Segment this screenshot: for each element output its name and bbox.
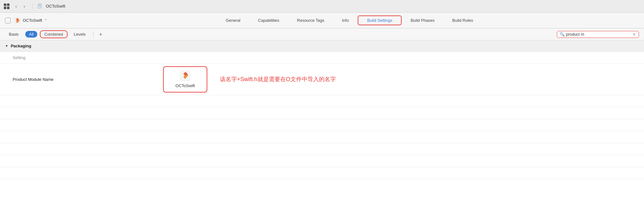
filter-combined-button[interactable]: Combined — [40, 30, 67, 38]
setting-value-column — [158, 55, 644, 60]
target-name: OCToSwift — [23, 18, 42, 23]
value-card: OCToSwift — [163, 66, 207, 93]
tab-build-rules[interactable]: Build Rules — [443, 16, 482, 25]
empty-row-1 — [0, 95, 644, 107]
filter-add-button[interactable]: + — [97, 32, 104, 37]
product-module-name-value: OCToSwift 该名字+Swift.h就是需要在O文件中导入的名字 — [158, 64, 644, 95]
search-wrapper: 🔍 ✕ — [557, 31, 639, 38]
file-icon — [37, 3, 43, 9]
main-content: ▼ Packaging Setting Product Module Name … — [0, 40, 644, 209]
tab-resource-tags[interactable]: Resource Tags — [288, 16, 333, 25]
filter-bar: Basic All Combined Levels + 🔍 ✕ — [0, 28, 644, 40]
empty-row-2 — [0, 107, 644, 119]
empty-row-5 — [0, 143, 644, 155]
nav-separator — [32, 3, 33, 9]
title-bar-title: OCToSwift — [46, 4, 65, 9]
target-checkbox[interactable] — [5, 18, 11, 23]
tabs: General Capabilities Resource Tags Info … — [60, 15, 639, 25]
toolbar: OCToSwift ⌃ General Capabilities Resourc… — [0, 13, 644, 28]
filter-levels-button[interactable]: Levels — [70, 31, 90, 38]
svg-point-3 — [186, 73, 187, 75]
value-card-label: OCToSwift — [175, 83, 195, 88]
search-clear-button[interactable]: ✕ — [632, 32, 636, 37]
empty-content-area — [0, 95, 644, 190]
packaging-section-title: Packaging — [11, 44, 31, 48]
target-app-icon — [14, 17, 21, 24]
packaging-section-header: ▼ Packaging — [0, 40, 644, 52]
setting-column-header: Setting — [0, 53, 158, 63]
product-module-name-label: Product Module Name — [0, 73, 158, 86]
empty-row-6 — [0, 155, 644, 167]
empty-row-7 — [0, 167, 644, 179]
filter-separator — [93, 31, 94, 38]
setting-header-row: Setting — [0, 52, 644, 64]
empty-row-3 — [0, 119, 644, 131]
product-module-name-row: Product Module Name OCToSwift 该名字+Swift.… — [0, 64, 644, 95]
tab-capabilities[interactable]: Capabilities — [249, 16, 288, 25]
filter-all-button[interactable]: All — [25, 31, 37, 38]
annotation-text: 该名字+Swift.h就是需要在O文件中导入的名字 — [220, 75, 336, 83]
tab-general[interactable]: General — [217, 16, 249, 25]
empty-row-4 — [0, 131, 644, 143]
search-input[interactable] — [566, 32, 631, 37]
search-icon: 🔍 — [560, 32, 565, 37]
filter-basic-button[interactable]: Basic — [5, 31, 23, 38]
tab-build-phases[interactable]: Build Phases — [402, 16, 443, 25]
forward-button[interactable]: › — [21, 3, 28, 10]
grid-icon[interactable] — [4, 3, 9, 9]
tab-info[interactable]: Info — [333, 16, 358, 25]
collapse-triangle-icon[interactable]: ▼ — [5, 44, 8, 48]
title-bar: ‹ › OCToSwift — [0, 0, 644, 13]
target-chevron-icon[interactable]: ⌃ — [45, 19, 47, 22]
target-badge: OCToSwift ⌃ — [14, 17, 47, 24]
value-card-app-icon — [180, 71, 190, 81]
nav-buttons: ‹ › — [13, 3, 28, 10]
tab-build-settings[interactable]: Build Settings — [358, 15, 402, 25]
back-button[interactable]: ‹ — [13, 3, 20, 10]
